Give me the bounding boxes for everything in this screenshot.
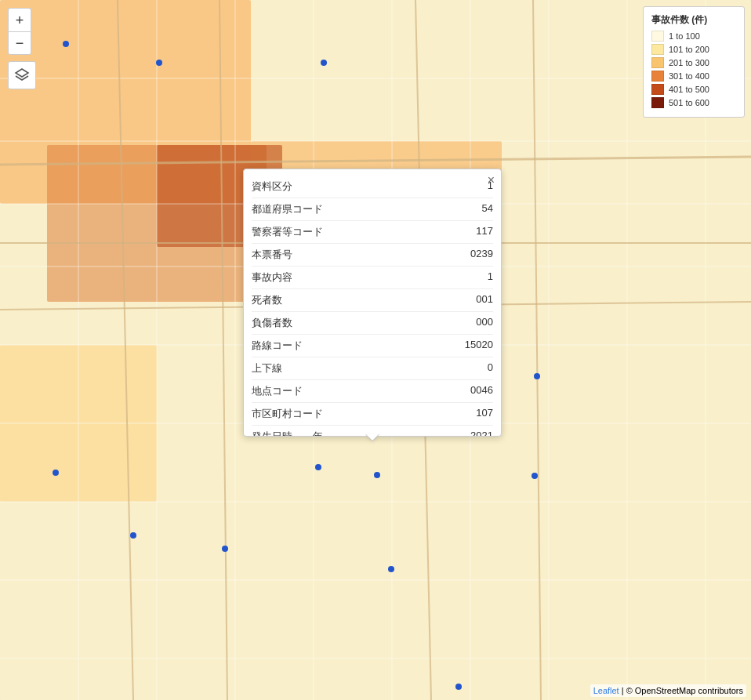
- osm-attribution: © OpenStreetMap contributors: [626, 686, 743, 695]
- leaflet-link[interactable]: Leaflet: [593, 686, 619, 695]
- popup-value: 0046: [470, 384, 493, 398]
- popup-key: 発生日時 年: [252, 430, 463, 436]
- legend-color-swatch: [651, 31, 664, 42]
- map-marker[interactable]: [374, 472, 380, 478]
- layers-icon: [14, 67, 30, 83]
- popup-value: 0239: [470, 248, 493, 262]
- legend: 事故件数 (件) 1 to 100 101 to 200 201 to 300 …: [643, 6, 745, 118]
- popup-key: 市区町村コード: [252, 407, 468, 421]
- popup-row: 本票番号 0239: [252, 244, 493, 267]
- zoom-out-button[interactable]: −: [8, 31, 31, 55]
- popup-row: 警察署等コード 117: [252, 221, 493, 244]
- attribution: Leaflet | © OpenStreetMap contributors: [590, 684, 746, 697]
- legend-item: 101 to 200: [651, 44, 736, 55]
- layer-button[interactable]: [8, 61, 36, 89]
- popup-content[interactable]: 資料区分 1 都道府県コード 54 警察署等コード 117 本票番号 0239 …: [244, 169, 501, 436]
- popup-close-button[interactable]: ×: [488, 174, 495, 187]
- legend-item-label: 401 to 500: [669, 85, 709, 94]
- legend-item: 501 to 600: [651, 97, 736, 108]
- legend-item-label: 301 to 400: [669, 71, 709, 81]
- zoom-in-button[interactable]: +: [8, 8, 31, 31]
- popup-value: 54: [482, 202, 493, 216]
- popup-value: 107: [476, 407, 493, 421]
- legend-item-label: 501 to 600: [669, 98, 709, 107]
- popup-value: 117: [476, 225, 493, 239]
- popup-row: 路線コード 15020: [252, 335, 493, 357]
- legend-item-label: 1 to 100: [669, 31, 700, 41]
- popup-value: 0: [488, 361, 493, 375]
- legend-title: 事故件数 (件): [651, 13, 736, 27]
- popup-value: 001: [476, 293, 493, 307]
- legend-item: 301 to 400: [651, 71, 736, 82]
- popup-row: 資料区分 1: [252, 176, 493, 198]
- popup-row: 市区町村コード 107: [252, 403, 493, 426]
- popup-value: 15020: [465, 339, 493, 353]
- legend-items: 1 to 100 101 to 200 201 to 300 301 to 40…: [651, 31, 736, 108]
- popup: × 資料区分 1 都道府県コード 54 警察署等コード 117 本票番号 023…: [243, 169, 502, 437]
- map-marker[interactable]: [532, 473, 538, 479]
- popup-key: 本票番号: [252, 248, 463, 262]
- popup-key: 資料区分: [252, 180, 480, 194]
- popup-row: 事故内容 1: [252, 267, 493, 289]
- popup-key: 警察署等コード: [252, 225, 468, 239]
- legend-color-swatch: [651, 71, 664, 82]
- zoom-controls: + −: [8, 8, 36, 89]
- popup-row: 地点コード 0046: [252, 380, 493, 403]
- popup-value: 2021: [470, 430, 493, 436]
- legend-item-label: 101 to 200: [669, 45, 709, 54]
- popup-key: 路線コード: [252, 339, 457, 353]
- svg-marker-25: [16, 69, 28, 77]
- popup-row: 死者数 001: [252, 289, 493, 312]
- map[interactable]: + − 事故件数 (件) 1 to 100 101 to 200 201 to …: [0, 0, 751, 700]
- popup-value: 1: [488, 270, 493, 285]
- legend-color-swatch: [651, 97, 664, 108]
- popup-key: 上下線: [252, 361, 480, 375]
- map-marker[interactable]: [130, 532, 136, 539]
- popup-row: 上下線 0: [252, 357, 493, 380]
- map-marker[interactable]: [455, 684, 462, 690]
- map-marker[interactable]: [321, 60, 327, 66]
- popup-key: 都道府県コード: [252, 202, 474, 216]
- heat-medium-3: [0, 345, 157, 502]
- popup-row: 負傷者数 000: [252, 312, 493, 335]
- map-marker[interactable]: [534, 373, 540, 379]
- popup-value: 000: [476, 316, 493, 330]
- map-marker[interactable]: [63, 41, 69, 47]
- popup-key: 負傷者数: [252, 316, 468, 330]
- legend-item: 401 to 500: [651, 84, 736, 95]
- legend-item: 1 to 100: [651, 31, 736, 42]
- popup-key: 事故内容: [252, 270, 480, 285]
- map-marker[interactable]: [156, 60, 162, 66]
- legend-item-label: 201 to 300: [669, 58, 709, 67]
- popup-row: 都道府県コード 54: [252, 198, 493, 221]
- map-marker[interactable]: [53, 470, 59, 476]
- legend-color-swatch: [651, 57, 664, 68]
- legend-item: 201 to 300: [651, 57, 736, 68]
- popup-row: 発生日時 年 2021: [252, 426, 493, 436]
- legend-color-swatch: [651, 84, 664, 95]
- map-marker[interactable]: [315, 464, 321, 470]
- popup-key: 死者数: [252, 293, 468, 307]
- popup-key: 地点コード: [252, 384, 463, 398]
- map-marker[interactable]: [222, 546, 228, 552]
- map-marker[interactable]: [388, 566, 394, 572]
- legend-color-swatch: [651, 44, 664, 55]
